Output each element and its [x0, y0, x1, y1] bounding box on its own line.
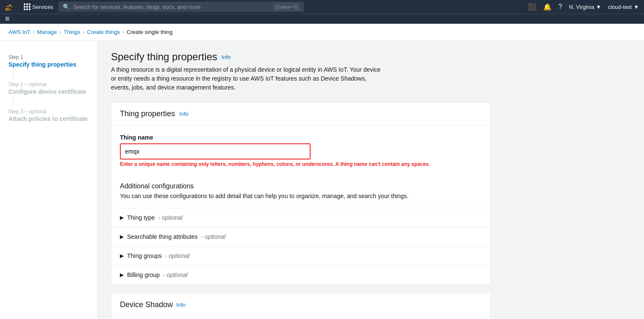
- page-layout: Step 1 Specify thing properties Step 2 –…: [0, 41, 644, 319]
- breadcrumb: AWS IoT › Manage › Things › Create thing…: [0, 24, 644, 41]
- search-input[interactable]: [73, 4, 270, 10]
- thing-name-hint-rest: letters, numbers, hyphens, colons, or un…: [209, 161, 430, 167]
- aws-logo[interactable]: aws: [5, 3, 19, 11]
- breadcrumb-sep-1: ›: [33, 29, 35, 35]
- device-shadow-card: Device Shadow Info Device Shadows allow …: [111, 293, 491, 319]
- secondary-nav: ≡: [0, 14, 644, 24]
- grid-icon: [24, 3, 31, 10]
- sidebar-step-3[interactable]: Step 3 – optional Attach policies to cer…: [0, 105, 97, 126]
- services-nav[interactable]: Services: [24, 3, 53, 10]
- menu-icon[interactable]: ≡: [5, 14, 10, 23]
- thing-properties-card-header: Thing properties Info: [111, 103, 490, 126]
- searchable-attrs-arrow: ▶: [120, 234, 124, 240]
- sidebar-step-2-number: Step 2 – optional: [8, 81, 89, 87]
- billing-group-accordion[interactable]: ▶ Billing group - optional: [120, 271, 482, 278]
- breadcrumb-sep-2: ›: [60, 29, 61, 35]
- thing-type-label: Thing type: [127, 214, 155, 221]
- thing-groups-arrow: ▶: [120, 253, 124, 259]
- breadcrumb-sep-4: ›: [122, 29, 124, 35]
- terminal-icon[interactable]: ⬛: [528, 3, 536, 11]
- sidebar-step-2-label: Configure device certificate: [8, 88, 89, 95]
- bell-icon[interactable]: 🔔: [543, 3, 552, 11]
- page-info-link[interactable]: Info: [222, 54, 231, 60]
- sidebar-step-1-number: Step 1: [8, 54, 89, 60]
- thing-properties-card-title: Thing properties: [120, 109, 175, 118]
- page-description: A thing resource is a digital representa…: [111, 65, 382, 92]
- thing-name-hint-bold: Enter a unique name containing only: [120, 161, 209, 167]
- search-shortcut: [Option+S]: [274, 3, 300, 10]
- thing-groups-optional: - optional: [165, 252, 190, 259]
- help-icon[interactable]: ?: [558, 3, 562, 11]
- breadcrumb-manage[interactable]: Manage: [37, 29, 57, 35]
- thing-name-input[interactable]: [121, 144, 310, 159]
- sidebar: Step 1 Specify thing properties Step 2 –…: [0, 41, 97, 319]
- device-shadow-card-body: Device Shadows allow connected devices t…: [111, 316, 490, 319]
- thing-groups-accordion[interactable]: ▶ Thing groups - optional: [120, 252, 482, 259]
- search-bar[interactable]: 🔍 [Option+S]: [58, 2, 304, 12]
- sidebar-step-3-number: Step 3 – optional: [8, 109, 89, 115]
- additional-config-title: Additional configurations: [120, 182, 482, 190]
- thing-name-input-wrapper: [120, 143, 311, 160]
- searchable-attrs-optional: - optional: [201, 233, 226, 240]
- breadcrumb-sep-3: ›: [83, 29, 85, 35]
- services-label: Services: [32, 4, 53, 10]
- thing-properties-card: Thing properties Info Thing name Enter a…: [111, 102, 491, 285]
- searchable-attrs-section: ▶ Searchable thing attributes - optional: [111, 227, 490, 246]
- billing-group-arrow: ▶: [120, 272, 124, 278]
- billing-group-optional: - optional: [163, 271, 188, 278]
- device-shadow-card-header: Device Shadow Info: [111, 294, 490, 316]
- searchable-attrs-accordion[interactable]: ▶ Searchable thing attributes - optional: [120, 233, 482, 240]
- top-navigation: aws Services 🔍 [Option+S] ⬛ 🔔 ? N. Virgi…: [0, 0, 644, 14]
- thing-type-arrow: ▶: [120, 215, 124, 221]
- thing-properties-card-body: Thing name Enter a unique name containin…: [111, 126, 490, 182]
- breadcrumb-iot[interactable]: AWS IoT: [8, 29, 31, 35]
- thing-type-section: ▶ Thing type - optional: [111, 208, 490, 227]
- breadcrumb-current: Create single thing: [127, 29, 172, 35]
- sidebar-step-1[interactable]: Step 1 Specify thing properties: [0, 51, 97, 71]
- breadcrumb-things[interactable]: Things: [64, 29, 80, 35]
- device-shadow-title: Device Shadow Info: [120, 300, 186, 309]
- thing-name-field-group: Thing name Enter a unique name containin…: [120, 134, 482, 167]
- thing-groups-label: Thing groups: [127, 252, 162, 259]
- thing-name-hint: Enter a unique name containing only lett…: [120, 161, 482, 167]
- thing-name-label: Thing name: [120, 134, 482, 141]
- searchable-attrs-label: Searchable thing attributes: [127, 233, 198, 240]
- page-title: Specify thing properties Info: [111, 51, 491, 63]
- svg-text:aws: aws: [5, 8, 11, 11]
- breadcrumb-create-things[interactable]: Create things: [87, 29, 120, 35]
- sidebar-step-3-label: Attach policies to certificate: [8, 115, 89, 122]
- thing-properties-info-link[interactable]: Info: [179, 111, 189, 117]
- sidebar-step-1-label: Specify thing properties: [8, 61, 89, 68]
- nav-right: ⬛ 🔔 ? N. Virginia ▼ cloud-test ▼: [528, 3, 639, 11]
- thing-type-accordion[interactable]: ▶ Thing type - optional: [120, 214, 482, 221]
- search-icon: 🔍: [63, 3, 70, 10]
- account-selector[interactable]: cloud-test ▼: [608, 4, 639, 10]
- billing-group-section: ▶ Billing group - optional: [111, 265, 490, 284]
- thing-type-optional: - optional: [158, 214, 183, 221]
- thing-groups-section: ▶ Thing groups - optional: [111, 246, 490, 265]
- additional-config-desc: You can use these configurations to add …: [120, 193, 482, 199]
- billing-group-label: Billing group: [127, 271, 160, 278]
- region-selector[interactable]: N. Virginia ▼: [569, 4, 601, 10]
- additional-config-section: Additional configurations You can use th…: [111, 182, 490, 208]
- sidebar-step-2[interactable]: Step 2 – optional Configure device certi…: [0, 78, 97, 98]
- main-content: Specify thing properties Info A thing re…: [97, 41, 504, 319]
- device-shadow-info-link[interactable]: Info: [176, 302, 186, 308]
